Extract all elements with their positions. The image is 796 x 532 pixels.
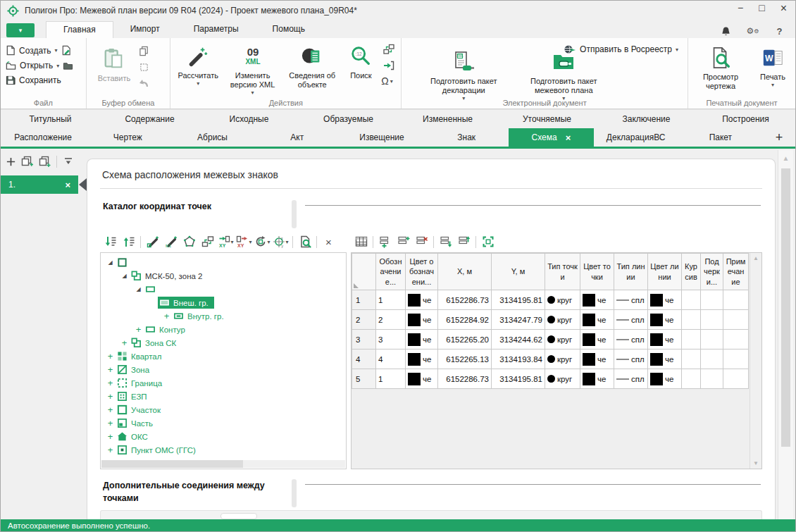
row-number-cell[interactable]: 1 xyxy=(352,290,376,310)
duplicate-sheet-button[interactable] xyxy=(20,153,35,170)
tree-expander-plus-icon[interactable]: + xyxy=(105,365,116,374)
doc-tab[interactable]: Исходные xyxy=(199,110,299,128)
new-from-template-icon[interactable] xyxy=(61,45,71,56)
column-header[interactable]: Цвет точки xyxy=(580,254,614,290)
point-type-cell[interactable]: круг xyxy=(545,330,580,349)
undo-icon[interactable] xyxy=(136,77,151,89)
menu-tab[interactable]: Параметры xyxy=(177,21,256,38)
section-splitter[interactable] xyxy=(292,200,297,228)
row-move-down-button[interactable] xyxy=(437,233,454,250)
table-button[interactable] xyxy=(352,233,370,250)
x-cell[interactable]: 6152286.73 xyxy=(438,290,492,310)
preview-points-button[interactable] xyxy=(296,233,313,250)
italic-cell[interactable] xyxy=(682,310,701,330)
doc-tab[interactable]: Абрисы xyxy=(170,128,254,147)
italic-cell[interactable] xyxy=(682,349,701,369)
underline-cell[interactable] xyxy=(701,349,723,369)
create-button[interactable]: Создать▾ xyxy=(4,44,83,57)
menu-tab[interactable]: Импорт xyxy=(113,21,177,38)
maximize-button[interactable]: □ xyxy=(759,2,764,15)
tree-expander-plus-icon[interactable]: + xyxy=(105,419,116,428)
column-header[interactable]: Тип линии xyxy=(614,254,648,290)
table-scrollbar[interactable]: ▲ ▼ xyxy=(750,253,761,469)
tree-item[interactable]: +Зона СК xyxy=(101,336,346,349)
italic-cell[interactable] xyxy=(682,369,701,389)
designation-color-cell[interactable]: че xyxy=(406,330,438,349)
tree-item[interactable]: ◢ xyxy=(101,283,346,296)
doc-tab[interactable]: Знак xyxy=(424,128,509,147)
tree-item[interactable]: Внеш. гр. xyxy=(101,296,346,309)
column-header[interactable]: Курсив xyxy=(682,254,701,290)
sheet-close-icon[interactable]: × xyxy=(65,180,70,190)
row-insert-above-button[interactable] xyxy=(394,233,412,250)
tree-horizontal-scrollbar[interactable] xyxy=(101,460,345,468)
tree-item[interactable]: +Граница xyxy=(101,376,346,390)
tree-item[interactable]: +ЕЗП xyxy=(101,390,346,403)
doc-tab[interactable]: Уточняемые xyxy=(497,110,597,128)
underline-cell[interactable] xyxy=(701,310,723,330)
tree-item[interactable]: +ОКС xyxy=(101,430,346,443)
notifications-bell-icon[interactable] xyxy=(717,23,735,39)
add-tab-button[interactable]: + xyxy=(763,128,795,147)
doc-tab[interactable]: Построения xyxy=(696,110,795,128)
row-insert-below-button[interactable] xyxy=(376,233,394,250)
doc-tab[interactable]: Пакет xyxy=(678,128,763,147)
column-header[interactable]: Тип точки xyxy=(545,254,580,290)
change-xml-version-button[interactable]: 09XML Изменить версию XML▾ xyxy=(224,42,281,98)
line-color-cell[interactable]: че xyxy=(648,349,682,369)
tree-item[interactable]: +Пункт ОМС (ГГС) xyxy=(101,443,346,457)
tree-item[interactable]: +Участок xyxy=(101,403,346,416)
duplicate-sheet-plus-button[interactable] xyxy=(37,153,53,170)
clear-button[interactable]: × xyxy=(320,233,337,250)
menu-tab[interactable]: Помощь xyxy=(256,21,322,38)
note-cell[interactable] xyxy=(723,310,749,330)
assign-prefix-button[interactable]: м1 xyxy=(162,233,180,250)
point-color-cell[interactable]: че xyxy=(580,330,614,349)
expand-table-button[interactable] xyxy=(479,233,497,250)
designation-color-cell[interactable]: че xyxy=(406,349,438,369)
doc-tab[interactable]: Акт xyxy=(255,128,340,147)
collapse-panel-button[interactable] xyxy=(61,153,76,170)
row-number-cell[interactable]: 2 xyxy=(352,310,376,330)
polygon-button[interactable] xyxy=(180,233,198,250)
column-header[interactable]: Цвет линии xyxy=(648,254,682,290)
tree-expander-plus-icon[interactable]: + xyxy=(105,378,116,388)
tree-expander-plus-icon[interactable]: + xyxy=(105,445,116,454)
scroll-up-icon[interactable]: ▲ xyxy=(753,255,759,261)
line-color-cell[interactable]: че xyxy=(648,330,682,349)
swap-contours-button[interactable] xyxy=(199,233,216,250)
italic-cell[interactable] xyxy=(682,290,701,310)
point-type-cell[interactable]: круг xyxy=(545,290,580,310)
assign-designation-button[interactable] xyxy=(144,233,161,250)
point-type-cell[interactable]: круг xyxy=(545,349,580,369)
designation-cell[interactable]: 3 xyxy=(376,330,406,349)
doc-tab[interactable]: Измененные xyxy=(398,110,497,128)
underline-cell[interactable] xyxy=(701,369,723,389)
add-sheet-button[interactable] xyxy=(3,153,18,170)
x-cell[interactable]: 6152286.73 xyxy=(438,369,492,389)
recalc-coords-button[interactable]: xy▾ xyxy=(272,233,290,250)
settings-gear-icon[interactable]: ⚙⚙ xyxy=(744,23,761,39)
row-move-up-button[interactable] xyxy=(455,233,473,250)
line-type-cell[interactable]: спл xyxy=(614,310,648,330)
column-header[interactable] xyxy=(352,254,376,290)
doc-tab[interactable]: Титульный xyxy=(1,110,100,128)
tree-item[interactable]: ◢МСК-50, зона 2 xyxy=(101,269,346,283)
prepare-declaration-package-button[interactable]: XML Подготовить пакет декларации▾ xyxy=(416,47,511,104)
omega-symbol-button[interactable]: Ω▾ xyxy=(381,75,397,87)
column-header[interactable]: X, м xyxy=(438,254,492,290)
designation-cell[interactable]: 1 xyxy=(376,290,406,310)
scrollbar-thumb[interactable] xyxy=(781,168,790,447)
row-number-cell[interactable]: 4 xyxy=(352,349,376,369)
import-xy-button[interactable]: XY▾ xyxy=(217,233,235,250)
section-splitter[interactable] xyxy=(292,479,297,507)
note-cell[interactable] xyxy=(723,349,749,369)
line-type-cell[interactable]: спл xyxy=(614,290,648,310)
tree-expander-open-icon[interactable]: ◢ xyxy=(105,259,116,266)
row-number-cell[interactable]: 3 xyxy=(352,330,376,349)
tree-expander-open-icon[interactable]: ◢ xyxy=(119,273,130,279)
folder-icon[interactable] xyxy=(63,61,73,70)
main-scrollbar[interactable]: ▲ xyxy=(778,150,793,519)
transform-contour-button[interactable]: ▾ xyxy=(254,233,271,250)
doc-tab[interactable]: Извещение xyxy=(340,128,424,147)
